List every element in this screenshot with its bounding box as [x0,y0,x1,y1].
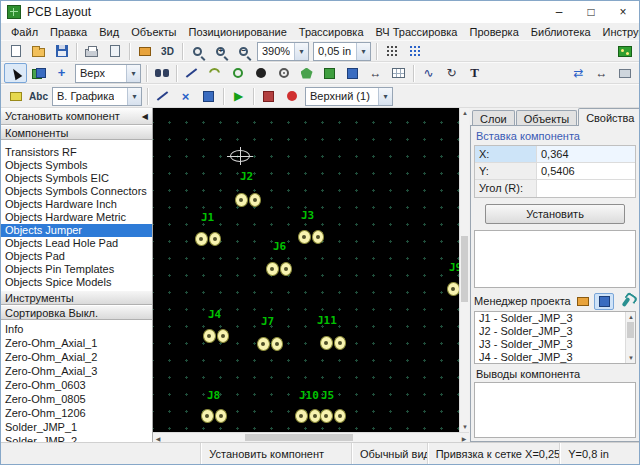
component-list-item[interactable]: Zero-Ohm_0805 [1,392,152,406]
pad-2[interactable] [209,232,222,246]
scroll-up-icon[interactable]: ▲ [626,312,636,322]
component-list-item[interactable]: Zero-Ohm_Axial_2 [1,350,152,364]
select-tool-button[interactable] [4,63,27,83]
measure-button[interactable] [590,63,613,83]
component-list-item[interactable]: Solder_JMP_1 [1,420,152,434]
pad-1[interactable] [266,262,279,276]
component-list-item[interactable]: Solder_JMP_2 [1,434,152,442]
collapse-panel-icon[interactable]: ◀ [142,112,148,121]
field-value-input[interactable] [537,180,635,197]
project-list-scrollbar[interactable]: ▲ ▼ [625,312,635,363]
pad-2[interactable] [271,337,284,351]
board-mode-button[interactable] [594,293,614,310]
menu-item[interactable]: ВЧ Трассировка [370,23,464,40]
pad-1[interactable] [295,409,308,423]
pad-tool-button[interactable] [272,63,295,83]
pad-1[interactable] [320,409,333,423]
vertical-scroll-thumb[interactable] [461,236,468,302]
field-value-input[interactable]: 0,364 [537,146,635,162]
layer-pair-button[interactable] [27,63,50,83]
pad-1[interactable] [203,329,216,343]
dimension-tool-button[interactable] [364,63,387,83]
text-tool-button[interactable] [463,63,486,83]
component-footprint[interactable] [203,329,229,343]
component-footprint[interactable] [266,262,292,276]
component-mode-button[interactable] [573,293,593,310]
close-button[interactable]: × [607,1,639,23]
open-button[interactable] [27,41,50,61]
pad-2[interactable] [217,329,230,343]
zoom-window-button[interactable] [186,41,209,61]
library-list-item[interactable]: Objects Symbols EIC [1,172,152,185]
keepout-button[interactable] [341,63,364,83]
edit-route-button[interactable] [197,86,220,106]
panel-tab[interactable]: Свойства [578,108,640,126]
library-list-item[interactable]: Objects Hardware Metric [1,211,152,224]
project-item[interactable]: J3 - Solder_JMP_3 [475,338,625,351]
library-list-item[interactable]: Objects Pin Templates [1,263,152,276]
menu-item[interactable]: Библиотека [525,23,597,40]
component-footprint[interactable] [235,193,261,207]
canvas-vertical-scrollbar[interactable]: ▲ ▼ [459,108,469,432]
menu-item[interactable]: Вид [93,23,125,40]
grid-toggle-button[interactable] [380,41,403,61]
scroll-right-icon[interactable]: ▶ [459,433,469,443]
route-tool-button[interactable] [151,86,174,106]
project-item[interactable]: J4 - Solder_JMP_3 [475,351,625,364]
panel-tab[interactable]: Слои [472,110,515,126]
pad-1[interactable] [298,230,311,244]
components-section-header[interactable]: Компоненты [1,125,152,140]
component-footprint[interactable] [295,409,321,423]
errors-button[interactable] [280,86,303,106]
library-list-item[interactable]: Objects Hardware Inch [1,198,152,211]
library-list-item[interactable]: Transistors RF [1,146,152,159]
pad-2[interactable] [280,262,293,276]
library-list-item[interactable]: Objects Symbols Connectors [1,185,152,198]
save-button[interactable] [50,41,73,61]
project-scroll-thumb[interactable] [627,322,634,338]
pcb-canvas[interactable]: J2 J1 J3 [153,108,459,432]
pad-1[interactable] [235,193,248,207]
menu-item[interactable]: Позиционирование [183,23,293,40]
arc-tool-button[interactable] [203,63,226,83]
minimize-button[interactable]: – [543,1,575,23]
library-list-item[interactable]: Objects Jumper [1,224,152,237]
scroll-down-icon[interactable]: ▼ [626,353,636,363]
snap-grid-button[interactable] [403,41,426,61]
new-button[interactable] [4,41,27,61]
component-list-item[interactable]: Zero-Ohm_0603 [1,378,152,392]
component-footprint[interactable] [257,337,283,351]
library-list-item[interactable]: Objects Pad [1,250,152,263]
component-list-item[interactable]: Info [1,322,152,336]
sort-section-header[interactable]: Сортировка Выкл. [1,305,152,320]
drc-button[interactable] [257,86,280,106]
menu-item[interactable]: Объекты [125,23,182,40]
component-footprint[interactable] [447,282,459,296]
unroute-button[interactable] [174,86,197,106]
board-colors-button[interactable] [613,41,636,61]
component-footprint[interactable] [201,409,227,423]
print-button[interactable] [80,41,103,61]
field-value-input[interactable]: 0,5406 [537,163,635,179]
filled-circle-tool-button[interactable] [249,63,272,83]
menu-item[interactable]: Трассировка [293,23,370,40]
place-button[interactable]: Установить [485,204,625,224]
view-3d-button[interactable]: 3D [156,41,179,61]
pad-2[interactable] [334,336,347,350]
copper-pour-button[interactable] [318,63,341,83]
text-style-button[interactable]: Abc [27,86,50,106]
component-list-item[interactable]: Zero-Ohm_1206 [1,406,152,420]
footprint-button[interactable] [4,86,27,106]
project-item[interactable]: J2 - Solder_JMP_3 [475,325,625,338]
project-tools-button[interactable] [616,293,636,310]
tools-section-header[interactable]: Инструменты [1,290,152,305]
pad-2[interactable] [312,230,325,244]
zoom-select[interactable]: 390% [257,42,309,61]
scroll-left-icon[interactable]: ◀ [153,433,163,443]
run-autorouter-button[interactable]: ▶ [227,86,250,106]
pattern-editor-button[interactable] [133,41,156,61]
layer-select[interactable]: Верх [75,64,141,83]
print-preview-button[interactable] [103,41,126,61]
zoom-in-button[interactable] [209,41,232,61]
pad-2[interactable] [215,409,228,423]
